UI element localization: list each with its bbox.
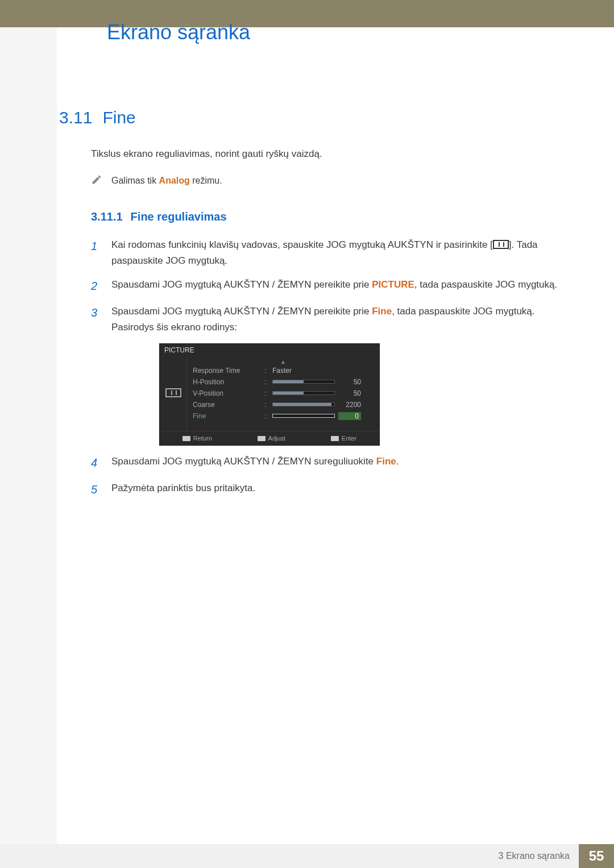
chapter-title: Ekrano sąranka	[107, 20, 250, 44]
osd-label: V-Position	[193, 389, 261, 397]
osd-label: Response Time	[193, 367, 261, 375]
osd-enter: Enter	[331, 435, 356, 442]
step-3: 3 Spausdami JOG mygtuką AUKŠTYN / ŽEMYN …	[91, 304, 569, 335]
t: Spausdami JOG mygtuką AUKŠTYN / ŽEMYN su…	[111, 456, 376, 467]
page-content: 3.11 Fine Tikslus ekrano reguliavimas, n…	[59, 108, 569, 507]
osd-adjust: Adjust	[258, 435, 286, 442]
osd-slider	[272, 414, 335, 418]
page-footer: 3 Ekrano sąranka 55	[0, 844, 614, 868]
osd-row-h-position: H-Position : 50	[193, 376, 374, 388]
note-block: Galimas tik Analog režimu.	[91, 174, 569, 188]
osd-footer: Return Adjust Enter	[160, 431, 379, 445]
osd-label: Coarse	[193, 401, 261, 409]
steps-list: 1 Kai rodomas funkcinių klavišų vadovas,…	[91, 237, 569, 499]
step-1: 1 Kai rodomas funkcinių klavišų vadovas,…	[91, 237, 569, 269]
osd-slider	[272, 391, 335, 395]
step-number: 5	[91, 480, 101, 499]
section-heading: 3.11 Fine	[59, 108, 569, 127]
osd-value: 0	[338, 412, 361, 420]
menu-icon	[165, 388, 181, 397]
t: , tada paspauskite JOG mygtuką.	[414, 279, 557, 290]
osd-slider	[272, 402, 335, 406]
note-accent: Analog	[159, 176, 190, 185]
step-text: Pažymėta parinktis bus pritaikyta.	[111, 480, 255, 499]
osd-value: 2200	[338, 401, 361, 409]
osd-row-response-time: Response Time : Faster	[193, 365, 374, 376]
osd-value-text: Faster	[272, 367, 374, 375]
step-2: 2 Spausdami JOG mygtuką AUKŠTYN / ŽEMYN …	[91, 277, 569, 296]
osd-list: ▲ Response Time : Faster H-Position : 50…	[187, 356, 379, 431]
t: .	[396, 456, 399, 467]
osd-value: 50	[338, 389, 361, 397]
t: Spausdami JOG mygtuką AUKŠTYN / ŽEMYN pe…	[111, 306, 372, 317]
step-number: 3	[91, 304, 101, 335]
osd-slider	[272, 380, 335, 384]
footer-page-number: 55	[579, 844, 614, 868]
step-text: Spausdami JOG mygtuką AUKŠTYN / ŽEMYN su…	[111, 454, 399, 472]
step-5: 5 Pažymėta parinktis bus pritaikyta.	[91, 480, 569, 499]
osd-category-icon	[160, 356, 187, 431]
note-text: Galimas tik Analog režimu.	[111, 176, 222, 186]
menu-icon	[493, 240, 509, 249]
step-text: Spausdami JOG mygtuką AUKŠTYN / ŽEMYN pe…	[111, 277, 557, 296]
footer-chapter-label: 3 Ekrano sąranka	[0, 844, 579, 868]
step-number: 1	[91, 237, 101, 269]
accent-picture: PICTURE	[372, 279, 414, 290]
accent-fine: Fine	[376, 456, 396, 467]
subsection-heading: 3.11.1 Fine reguliavimas	[91, 210, 569, 223]
t: Spausdami JOG mygtuką AUKŠTYN / ŽEMYN pe…	[111, 279, 372, 290]
accent-fine: Fine	[372, 306, 392, 317]
osd-label: H-Position	[193, 378, 261, 386]
osd-return: Return	[182, 435, 212, 442]
osd-row-coarse: Coarse : 2200	[193, 399, 374, 410]
step-text: Kai rodomas funkcinių klavišų vadovas, s…	[111, 237, 569, 269]
osd-title: PICTURE	[160, 344, 379, 356]
section-title: Fine	[102, 108, 135, 127]
note-prefix: Galimas tik	[111, 176, 159, 185]
t: Kai rodomas funkcinių klavišų vadovas, s…	[111, 239, 493, 250]
osd-row-fine: Fine : 0	[193, 410, 374, 422]
step-text: Spausdami JOG mygtuką AUKŠTYN / ŽEMYN pe…	[111, 304, 569, 335]
left-margin	[0, 27, 57, 844]
step-number: 2	[91, 277, 101, 296]
subsection-number: 3.11.1	[91, 210, 123, 223]
section-intro: Tikslus ekrano reguliavimas, norint gaut…	[91, 147, 569, 161]
subsection-title: Fine reguliavimas	[131, 210, 227, 223]
osd-screenshot: PICTURE ▲ Response Time : Faster H-Posit…	[159, 343, 380, 446]
section-number: 3.11	[59, 108, 92, 127]
note-icon	[91, 174, 102, 188]
osd-value: 50	[338, 378, 361, 386]
top-bar	[0, 0, 614, 27]
osd-row-v-position: V-Position : 50	[193, 388, 374, 399]
step-4: 4 Spausdami JOG mygtuką AUKŠTYN / ŽEMYN …	[91, 454, 569, 472]
scroll-up-icon: ▲	[193, 359, 374, 365]
osd-label: Fine	[193, 412, 261, 420]
step-number: 4	[91, 454, 101, 472]
note-suffix: režimu.	[190, 176, 222, 185]
